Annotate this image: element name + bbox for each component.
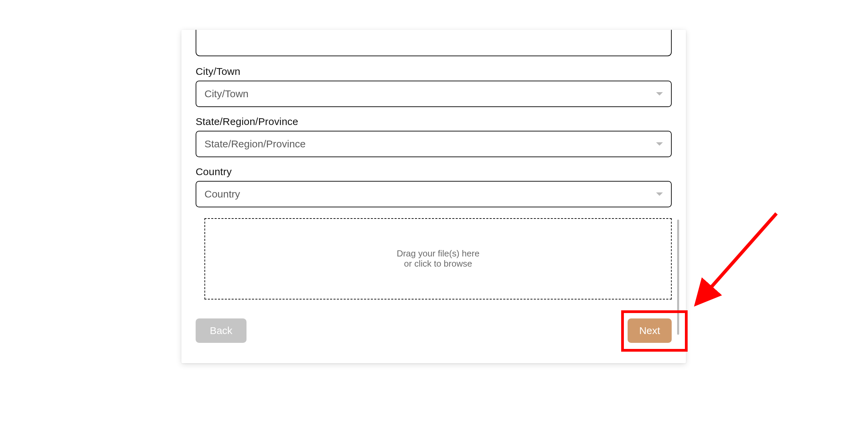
annotation-arrow-icon (682, 207, 783, 315)
chevron-down-icon (656, 192, 663, 196)
chevron-down-icon (656, 142, 663, 146)
state-select[interactable]: State/Region/Province (196, 131, 672, 157)
field-country: Country Country (196, 166, 672, 207)
country-placeholder: Country (204, 188, 240, 200)
back-button[interactable]: Back (196, 318, 246, 343)
dropzone-text-line1: Drag your file(s) here (397, 249, 479, 259)
dropzone-text-line2: or click to browse (404, 259, 472, 269)
country-select[interactable]: Country (196, 181, 672, 207)
city-label: City/Town (196, 66, 672, 77)
annotation-highlight-box (621, 310, 688, 352)
chevron-down-icon (656, 92, 663, 96)
state-placeholder: State/Region/Province (204, 138, 306, 150)
stage: City/Town City/Town State/Region/Provinc… (0, 0, 868, 435)
state-label: State/Region/Province (196, 116, 672, 127)
country-label: Country (196, 166, 672, 178)
form-card: City/Town City/Town State/Region/Provinc… (181, 30, 686, 363)
file-dropzone[interactable]: Drag your file(s) here or click to brows… (204, 218, 672, 299)
partial-top-input[interactable] (196, 30, 672, 56)
field-city: City/Town City/Town (196, 66, 672, 107)
city-select[interactable]: City/Town (196, 81, 672, 107)
svg-line-1 (698, 213, 776, 302)
field-state: State/Region/Province State/Region/Provi… (196, 116, 672, 157)
city-placeholder: City/Town (204, 88, 249, 100)
